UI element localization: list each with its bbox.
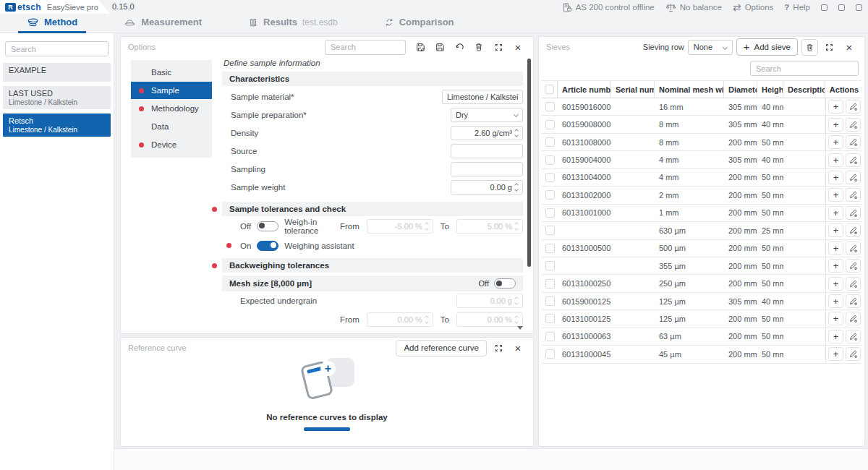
add-sieve-to-row-button[interactable]: + xyxy=(828,312,843,325)
row-checkbox[interactable] xyxy=(545,226,555,235)
add-reference-curve-button[interactable]: Add reference curve xyxy=(396,340,487,356)
edit-sieve-button[interactable] xyxy=(846,312,861,325)
sample-preparation-select[interactable]: Dry xyxy=(451,108,523,122)
expected-undergrain-input[interactable]: 0.00 g xyxy=(456,294,523,308)
add-sieve-to-row-button[interactable]: + xyxy=(828,259,843,273)
options-menu[interactable]: ⇄ Options xyxy=(733,2,773,12)
options-nav-data[interactable]: Data xyxy=(131,118,212,135)
add-sieve-to-row-button[interactable]: + xyxy=(828,171,843,184)
window-maximize-button[interactable] xyxy=(838,4,845,11)
edit-sieve-button[interactable] xyxy=(846,153,861,167)
method-search-input[interactable] xyxy=(5,41,109,56)
add-sieve-to-row-button[interactable]: + xyxy=(828,118,843,132)
row-checkbox[interactable] xyxy=(545,155,555,165)
close-options-button[interactable]: × xyxy=(510,39,526,55)
add-sieve-to-row-button[interactable]: + xyxy=(828,188,843,202)
device-status[interactable]: AS 200 control offline xyxy=(561,2,655,13)
tab-measurement[interactable]: Measurement xyxy=(115,15,210,33)
sieves-search-input[interactable] xyxy=(750,61,859,76)
save-as-button[interactable] xyxy=(412,39,428,55)
row-checkbox[interactable] xyxy=(545,120,555,129)
row-checkbox[interactable] xyxy=(545,208,555,218)
stepper-arrows[interactable] xyxy=(515,223,518,230)
edit-sieve-button[interactable] xyxy=(846,100,861,114)
row-checkbox[interactable] xyxy=(545,349,555,359)
add-sieve-to-row-button[interactable]: + xyxy=(828,206,843,220)
select-all-checkbox[interactable] xyxy=(545,85,554,94)
add-sieve-to-row-button[interactable]: + xyxy=(828,100,843,114)
tab-comparison[interactable]: Comparison xyxy=(375,15,463,33)
backweighing-from-input[interactable]: 0.00 % xyxy=(367,312,433,327)
add-sieve-to-row-button[interactable]: + xyxy=(828,277,843,291)
method-item-retsch-selected[interactable]: Retsch Limestone / Kalkstein xyxy=(3,114,111,137)
tab-results[interactable]: Results test.esdb xyxy=(239,15,346,33)
sample-weight-input[interactable]: 0.00 g xyxy=(451,180,523,195)
row-checkbox[interactable] xyxy=(545,279,555,289)
add-sieve-to-row-button[interactable]: + xyxy=(828,294,843,308)
edit-sieve-button[interactable] xyxy=(846,223,861,237)
weighing-assistant-toggle[interactable] xyxy=(257,241,278,251)
balance-status[interactable]: No balance xyxy=(665,2,722,13)
row-checkbox[interactable] xyxy=(545,173,555,182)
edit-sieve-button[interactable] xyxy=(846,277,861,291)
options-nav-basic[interactable]: Basic xyxy=(131,64,212,81)
method-group-example[interactable]: EXAMPLE xyxy=(3,63,111,82)
row-checkbox[interactable] xyxy=(545,296,555,306)
row-checkbox[interactable] xyxy=(545,102,555,111)
edit-sieve-button[interactable] xyxy=(846,171,861,184)
mesh-size-toggle[interactable] xyxy=(494,278,516,289)
stepper-arrows[interactable] xyxy=(515,184,518,191)
source-input[interactable] xyxy=(451,144,523,158)
weigh-in-tolerance-toggle[interactable] xyxy=(257,221,278,231)
add-sieve-to-row-button[interactable]: + xyxy=(828,223,843,237)
sampling-input[interactable] xyxy=(451,162,523,176)
edit-sieve-button[interactable] xyxy=(846,206,861,220)
options-search-input[interactable] xyxy=(325,40,406,55)
options-nav-sample[interactable]: Sample xyxy=(131,82,212,99)
edit-sieve-button[interactable] xyxy=(846,294,861,308)
row-checkbox[interactable] xyxy=(545,244,555,253)
edit-sieve-button[interactable] xyxy=(846,188,861,202)
stepper-arrows[interactable] xyxy=(515,129,518,137)
expand-reference-button[interactable] xyxy=(490,340,506,356)
backweighing-to-input[interactable]: 0.00 % xyxy=(456,312,523,327)
close-sieves-button[interactable]: × xyxy=(841,39,857,55)
close-reference-button[interactable]: × xyxy=(510,340,526,356)
delete-method-button[interactable] xyxy=(471,39,487,55)
delete-sieve-button[interactable] xyxy=(801,39,818,56)
method-group-last-used[interactable]: LAST USED Limestone / Kalkstein xyxy=(3,86,111,109)
density-input[interactable]: 2.60 g/cm³ xyxy=(451,126,523,140)
save-button[interactable] xyxy=(432,39,448,55)
sieving-row-select[interactable]: None xyxy=(688,40,733,55)
options-nav-methodology[interactable]: Methodology xyxy=(131,100,212,117)
help-menu[interactable]: ? Help xyxy=(784,3,810,12)
add-sieve-to-row-button[interactable]: + xyxy=(828,347,843,361)
add-sieve-to-row-button[interactable]: + xyxy=(828,242,843,255)
row-checkbox[interactable] xyxy=(545,314,555,323)
row-checkbox[interactable] xyxy=(545,190,555,200)
row-checkbox[interactable] xyxy=(545,137,555,147)
expand-sieves-button[interactable] xyxy=(822,39,838,55)
edit-sieve-button[interactable] xyxy=(846,330,861,343)
edit-sieve-button[interactable] xyxy=(846,259,861,273)
edit-sieve-button[interactable] xyxy=(846,242,861,255)
add-sieve-to-row-button[interactable]: + xyxy=(828,135,843,149)
tab-method[interactable]: Method xyxy=(18,15,86,33)
expand-options-button[interactable] xyxy=(490,39,506,55)
weigh-in-to-input[interactable]: 5.00 % xyxy=(456,219,523,234)
options-nav-device[interactable]: Device xyxy=(131,136,212,153)
window-close-button[interactable] xyxy=(856,4,862,11)
add-sieve-to-row-button[interactable]: + xyxy=(828,153,843,167)
window-minimize-button[interactable] xyxy=(821,4,827,11)
row-checkbox[interactable] xyxy=(545,261,555,270)
sample-material-input[interactable]: Limestone / Kalkstein xyxy=(442,90,523,104)
add-sieve-to-row-button[interactable]: + xyxy=(828,330,843,343)
row-checkbox[interactable] xyxy=(545,332,555,341)
undo-button[interactable] xyxy=(451,39,467,55)
edit-sieve-button[interactable] xyxy=(846,347,861,361)
stepper-arrows[interactable] xyxy=(425,223,428,230)
stepper-arrows[interactable] xyxy=(425,316,428,323)
add-sieve-button[interactable]: + Add sieve xyxy=(736,38,798,56)
stepper-arrows[interactable] xyxy=(515,316,518,323)
edit-sieve-button[interactable] xyxy=(846,135,861,149)
